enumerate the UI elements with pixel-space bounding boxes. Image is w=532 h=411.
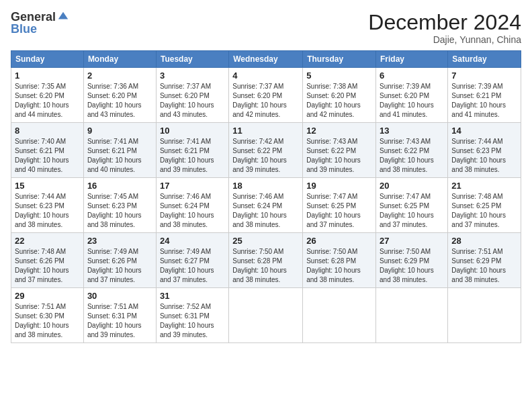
day-number: 21: [451, 181, 517, 191]
table-row: 29 Sunrise: 7:51 AMSunset: 6:30 PMDaylig…: [11, 288, 84, 343]
col-monday: Monday: [83, 51, 156, 68]
col-sunday: Sunday: [11, 51, 84, 68]
day-info: Sunrise: 7:45 AMSunset: 6:23 PMDaylight:…: [87, 193, 142, 228]
day-number: 26: [306, 236, 372, 246]
day-info: Sunrise: 7:41 AMSunset: 6:21 PMDaylight:…: [87, 138, 142, 173]
day-number: 2: [87, 71, 152, 81]
logo-icon: [57, 11, 69, 23]
table-row: 1 Sunrise: 7:35 AMSunset: 6:20 PMDayligh…: [11, 68, 84, 123]
table-row: 25 Sunrise: 7:50 AMSunset: 6:28 PMDaylig…: [229, 233, 303, 288]
day-info: Sunrise: 7:38 AMSunset: 6:20 PMDaylight:…: [306, 83, 361, 118]
day-info: Sunrise: 7:40 AMSunset: 6:21 PMDaylight:…: [15, 138, 69, 173]
day-number: 11: [232, 126, 299, 136]
table-row: 22 Sunrise: 7:48 AMSunset: 6:26 PMDaylig…: [11, 233, 84, 288]
table-row: 6 Sunrise: 7:39 AMSunset: 6:20 PMDayligh…: [376, 68, 448, 123]
day-number: 24: [160, 236, 225, 246]
logo: General Blue: [11, 11, 69, 35]
day-number: 28: [451, 236, 517, 246]
day-number: 29: [15, 291, 80, 301]
table-row: 31 Sunrise: 7:52 AMSunset: 6:31 PMDaylig…: [156, 288, 228, 343]
day-info: Sunrise: 7:50 AMSunset: 6:29 PMDaylight:…: [380, 248, 434, 283]
table-row: 11 Sunrise: 7:42 AMSunset: 6:22 PMDaylig…: [229, 123, 303, 178]
day-info: Sunrise: 7:52 AMSunset: 6:31 PMDaylight:…: [160, 303, 214, 338]
day-info: Sunrise: 7:49 AMSunset: 6:27 PMDaylight:…: [160, 248, 214, 283]
table-row: 20 Sunrise: 7:47 AMSunset: 6:25 PMDaylig…: [376, 178, 448, 233]
table-row: 8 Sunrise: 7:40 AMSunset: 6:21 PMDayligh…: [11, 123, 84, 178]
table-row: [229, 288, 303, 343]
day-number: 12: [306, 126, 372, 136]
title-block: December 2024 Dajie, Yunnan, China: [368, 11, 521, 45]
day-number: 25: [232, 236, 299, 246]
day-info: Sunrise: 7:39 AMSunset: 6:20 PMDaylight:…: [380, 83, 434, 118]
table-row: [448, 288, 521, 343]
table-row: 17 Sunrise: 7:46 AMSunset: 6:24 PMDaylig…: [156, 178, 228, 233]
table-row: [303, 288, 376, 343]
day-info: Sunrise: 7:50 AMSunset: 6:28 PMDaylight:…: [306, 248, 361, 283]
day-info: Sunrise: 7:43 AMSunset: 6:22 PMDaylight:…: [380, 138, 434, 173]
calendar-week-row: 1 Sunrise: 7:35 AMSunset: 6:20 PMDayligh…: [11, 68, 521, 123]
subtitle: Dajie, Yunnan, China: [368, 34, 521, 45]
day-info: Sunrise: 7:35 AMSunset: 6:20 PMDaylight:…: [15, 83, 69, 118]
day-number: 9: [87, 126, 152, 136]
day-number: 27: [380, 236, 444, 246]
header: General Blue December 2024 Dajie, Yunnan…: [11, 11, 521, 45]
col-tuesday: Tuesday: [156, 51, 228, 68]
day-info: Sunrise: 7:48 AMSunset: 6:26 PMDaylight:…: [15, 248, 69, 283]
day-number: 13: [380, 126, 444, 136]
table-row: 7 Sunrise: 7:39 AMSunset: 6:21 PMDayligh…: [448, 68, 521, 123]
logo-general: General: [11, 11, 56, 23]
table-row: [376, 288, 448, 343]
table-row: 2 Sunrise: 7:36 AMSunset: 6:20 PMDayligh…: [83, 68, 156, 123]
day-info: Sunrise: 7:46 AMSunset: 6:24 PMDaylight:…: [232, 193, 287, 228]
table-row: 18 Sunrise: 7:46 AMSunset: 6:24 PMDaylig…: [229, 178, 303, 233]
logo-blue: Blue: [11, 23, 69, 35]
day-info: Sunrise: 7:49 AMSunset: 6:26 PMDaylight:…: [87, 248, 142, 283]
table-row: 30 Sunrise: 7:51 AMSunset: 6:31 PMDaylig…: [83, 288, 156, 343]
table-row: 15 Sunrise: 7:44 AMSunset: 6:23 PMDaylig…: [11, 178, 84, 233]
day-number: 22: [15, 236, 80, 246]
calendar-week-row: 29 Sunrise: 7:51 AMSunset: 6:30 PMDaylig…: [11, 288, 521, 343]
table-row: 16 Sunrise: 7:45 AMSunset: 6:23 PMDaylig…: [83, 178, 156, 233]
table-row: 5 Sunrise: 7:38 AMSunset: 6:20 PMDayligh…: [303, 68, 376, 123]
table-row: 23 Sunrise: 7:49 AMSunset: 6:26 PMDaylig…: [83, 233, 156, 288]
day-info: Sunrise: 7:48 AMSunset: 6:25 PMDaylight:…: [451, 193, 506, 228]
header-row: Sunday Monday Tuesday Wednesday Thursday…: [11, 51, 521, 68]
day-number: 14: [451, 126, 517, 136]
table-row: 10 Sunrise: 7:41 AMSunset: 6:21 PMDaylig…: [156, 123, 228, 178]
day-number: 8: [15, 126, 80, 136]
day-number: 1: [15, 71, 80, 81]
day-number: 15: [15, 181, 80, 191]
day-info: Sunrise: 7:47 AMSunset: 6:25 PMDaylight:…: [306, 193, 361, 228]
table-row: 13 Sunrise: 7:43 AMSunset: 6:22 PMDaylig…: [376, 123, 448, 178]
day-number: 18: [232, 181, 299, 191]
day-info: Sunrise: 7:37 AMSunset: 6:20 PMDaylight:…: [160, 83, 214, 118]
table-row: 4 Sunrise: 7:37 AMSunset: 6:20 PMDayligh…: [229, 68, 303, 123]
table-row: 19 Sunrise: 7:47 AMSunset: 6:25 PMDaylig…: [303, 178, 376, 233]
table-row: 3 Sunrise: 7:37 AMSunset: 6:20 PMDayligh…: [156, 68, 228, 123]
day-info: Sunrise: 7:39 AMSunset: 6:21 PMDaylight:…: [451, 83, 506, 118]
svg-marker-0: [58, 12, 68, 19]
day-info: Sunrise: 7:51 AMSunset: 6:31 PMDaylight:…: [87, 303, 142, 338]
calendar-week-row: 8 Sunrise: 7:40 AMSunset: 6:21 PMDayligh…: [11, 123, 521, 178]
day-number: 10: [160, 126, 225, 136]
day-info: Sunrise: 7:37 AMSunset: 6:20 PMDaylight:…: [232, 83, 287, 118]
table-row: 14 Sunrise: 7:44 AMSunset: 6:23 PMDaylig…: [448, 123, 521, 178]
table-row: 24 Sunrise: 7:49 AMSunset: 6:27 PMDaylig…: [156, 233, 228, 288]
table-row: 27 Sunrise: 7:50 AMSunset: 6:29 PMDaylig…: [376, 233, 448, 288]
day-number: 17: [160, 181, 225, 191]
day-number: 31: [160, 291, 225, 301]
col-thursday: Thursday: [303, 51, 376, 68]
calendar-table: Sunday Monday Tuesday Wednesday Thursday…: [11, 50, 521, 343]
day-number: 6: [380, 71, 444, 81]
day-info: Sunrise: 7:41 AMSunset: 6:21 PMDaylight:…: [160, 138, 214, 173]
col-wednesday: Wednesday: [229, 51, 303, 68]
page: General Blue December 2024 Dajie, Yunnan…: [0, 0, 532, 411]
table-row: 9 Sunrise: 7:41 AMSunset: 6:21 PMDayligh…: [83, 123, 156, 178]
day-info: Sunrise: 7:44 AMSunset: 6:23 PMDaylight:…: [451, 138, 506, 173]
day-info: Sunrise: 7:46 AMSunset: 6:24 PMDaylight:…: [160, 193, 214, 228]
table-row: 26 Sunrise: 7:50 AMSunset: 6:28 PMDaylig…: [303, 233, 376, 288]
day-info: Sunrise: 7:50 AMSunset: 6:28 PMDaylight:…: [232, 248, 287, 283]
day-info: Sunrise: 7:43 AMSunset: 6:22 PMDaylight:…: [306, 138, 361, 173]
day-number: 23: [87, 236, 152, 246]
table-row: 21 Sunrise: 7:48 AMSunset: 6:25 PMDaylig…: [448, 178, 521, 233]
